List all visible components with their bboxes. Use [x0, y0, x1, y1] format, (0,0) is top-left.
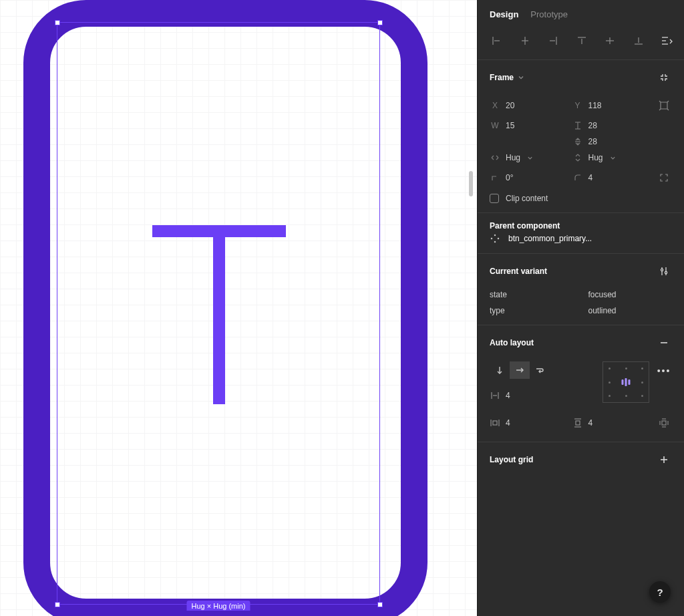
svg-point-24: [661, 269, 663, 271]
absolute-position-icon[interactable]: [655, 96, 673, 115]
svg-rect-20: [494, 241, 496, 243]
resize-handle-bottom-right[interactable]: [377, 602, 383, 607]
min-height-icon: [572, 136, 583, 147]
y-label: Y: [572, 101, 583, 110]
autolayout-title: Auto layout: [490, 338, 534, 347]
independent-padding-icon[interactable]: [655, 414, 673, 432]
variant-title: Current variant: [490, 267, 547, 276]
svg-rect-22: [498, 238, 500, 240]
padding-vertical-icon: [572, 418, 583, 428]
svg-rect-21: [491, 238, 493, 240]
help-label: ?: [657, 587, 663, 598]
align-hcenter-icon[interactable]: [516, 31, 534, 50]
section-current-variant: Current variant state focused type outli…: [478, 254, 684, 325]
svg-rect-39: [662, 421, 666, 425]
variant-value-state[interactable]: focused: [588, 290, 617, 299]
section-frame: Frame X 20 Y 118: [478, 60, 684, 213]
align-vcenter-icon[interactable]: [601, 31, 619, 50]
x-label: X: [490, 101, 500, 110]
resize-v-icon: [572, 152, 583, 163]
rotation-value[interactable]: 0°: [506, 173, 513, 182]
min-height-value[interactable]: 28: [588, 137, 597, 146]
direction-horizontal[interactable]: [510, 361, 530, 379]
align-left-icon[interactable]: [487, 31, 506, 50]
gap-horizontal-icon: [490, 390, 500, 401]
tab-design[interactable]: Design: [490, 9, 518, 19]
canvas[interactable]: Hug × Hug (min): [0, 0, 477, 616]
height-icon: [572, 120, 583, 131]
selection-outline[interactable]: Hug × Hug (min): [57, 22, 380, 605]
svg-rect-19: [494, 235, 496, 237]
distribute-icon[interactable]: [657, 31, 676, 50]
radius-value[interactable]: 4: [588, 173, 593, 182]
x-value[interactable]: 20: [506, 101, 514, 110]
section-auto-layout: Auto layout: [478, 325, 684, 442]
autolayout-more-icon[interactable]: •••: [655, 361, 673, 380]
resize-handle-top-left[interactable]: [55, 20, 60, 25]
alignment-pad[interactable]: [603, 361, 649, 403]
selection-size-label: Hug × Hug (min): [186, 601, 250, 611]
chevron-down-icon[interactable]: [518, 74, 524, 81]
y-value[interactable]: 118: [588, 101, 602, 110]
svg-rect-38: [576, 421, 580, 425]
variant-key-type: type: [490, 306, 505, 315]
autolayout-direction: [490, 361, 550, 379]
remove-autolayout-icon[interactable]: [655, 333, 673, 352]
parent-component-name[interactable]: btn_common_primary...: [508, 234, 592, 243]
chevron-down-icon[interactable]: [610, 155, 616, 161]
gap-h-value[interactable]: 4: [506, 391, 510, 400]
independent-corners-icon[interactable]: [655, 168, 673, 187]
variant-value-type[interactable]: outlined: [588, 306, 617, 315]
layout-grid-title: Layout grid: [490, 455, 533, 464]
align-right-icon[interactable]: [544, 31, 562, 50]
variant-settings-icon[interactable]: [655, 262, 673, 281]
w-value[interactable]: 15: [506, 121, 514, 130]
padding-value[interactable]: 4: [588, 418, 593, 428]
frame-title[interactable]: Frame: [490, 73, 514, 82]
section-layout-grid: Layout grid: [478, 442, 684, 473]
w-label: W: [490, 121, 500, 130]
resize-h[interactable]: Hug: [506, 153, 520, 162]
padding-horizontal-icon: [490, 418, 500, 428]
help-button[interactable]: ?: [649, 581, 671, 603]
parent-component-title: Parent component: [490, 221, 673, 230]
radius-icon: [572, 172, 583, 183]
variant-key-state: state: [490, 290, 507, 299]
clip-content-checkbox[interactable]: [490, 194, 499, 203]
resize-handle-bottom-left[interactable]: [55, 602, 60, 607]
rotation-icon: [490, 172, 500, 183]
component-icon: [490, 233, 500, 244]
align-top-icon[interactable]: [572, 31, 591, 50]
direction-wrap[interactable]: [530, 361, 550, 379]
resize-h-icon: [490, 152, 500, 163]
resize-handle-top-right[interactable]: [377, 20, 383, 25]
vertical-scrollbar[interactable]: [469, 171, 473, 196]
svg-rect-35: [493, 421, 497, 425]
inspector-tabs: Design Prototype: [478, 0, 684, 29]
section-parent-component: Parent component btn_common_primary...: [478, 213, 684, 254]
tab-prototype[interactable]: Prototype: [530, 9, 568, 19]
fit-to-frame-icon[interactable]: [655, 68, 673, 87]
clip-content-label[interactable]: Clip content: [506, 194, 548, 203]
h-value[interactable]: 28: [588, 121, 597, 130]
chevron-down-icon[interactable]: [527, 155, 533, 161]
alignment-toolbar: [478, 29, 684, 60]
resize-v[interactable]: Hug: [588, 153, 603, 162]
inspector-panel: Design Prototype: [477, 0, 684, 616]
align-bottom-icon[interactable]: [629, 31, 648, 50]
svg-point-26: [665, 271, 667, 273]
gap-v-value[interactable]: 4: [506, 418, 510, 428]
add-layout-grid-icon[interactable]: [655, 450, 673, 469]
alignment-center-indicator: [622, 378, 631, 386]
direction-vertical[interactable]: [490, 361, 510, 379]
